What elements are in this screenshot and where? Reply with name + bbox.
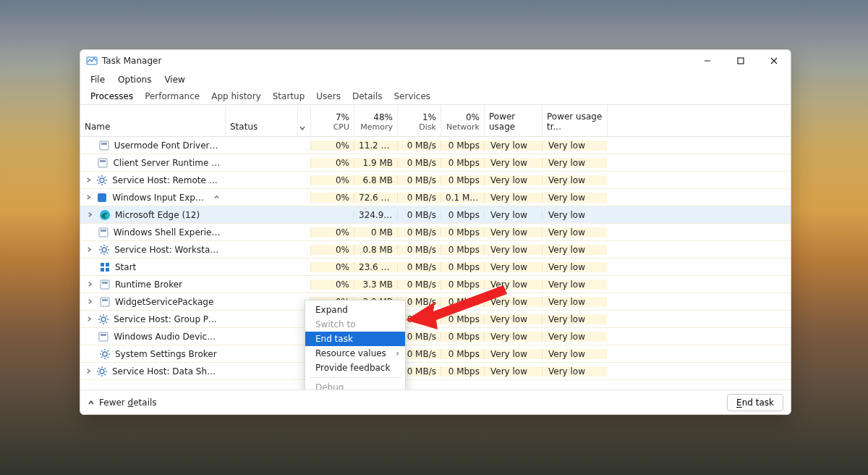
- ctx-expand[interactable]: Expand: [305, 303, 405, 317]
- menu-file[interactable]: File: [85, 73, 111, 86]
- column-options-icon[interactable]: [297, 105, 310, 136]
- col-name[interactable]: Name: [80, 105, 225, 136]
- tab-processes[interactable]: Processes: [85, 88, 139, 104]
- svg-line-30: [101, 252, 102, 253]
- table-row[interactable]: Microsoft Edge (12)324.9 MB0 MB/s0 MbpsV…: [80, 206, 791, 224]
- svg-rect-38: [102, 299, 108, 301]
- process-name: Windows Shell Experience Ho: [114, 227, 221, 238]
- cell-disk: 0 MB/s: [397, 158, 441, 168]
- cell-power: Very low: [484, 366, 542, 377]
- process-icon: [96, 175, 108, 186]
- process-icon: [99, 348, 111, 360]
- close-button[interactable]: [757, 50, 791, 72]
- table-row[interactable]: Service Host: Group Policy C0%1.2 MB0 MB…: [80, 311, 791, 328]
- cell-network: 0 Mbps: [441, 210, 484, 220]
- table-row[interactable]: Windows Audio Device Grap0%1.1 MB0 MB/s0…: [80, 328, 791, 345]
- cell-cpu: 0%: [310, 193, 354, 203]
- expand-caret-icon[interactable]: [85, 316, 93, 322]
- expand-caret-icon[interactable]: [85, 211, 95, 218]
- svg-rect-31: [101, 263, 104, 266]
- cell-network: 0 Mbps: [441, 175, 484, 185]
- cell-network: 0 Mbps: [441, 245, 484, 255]
- cell-memory: 0.8 MB: [354, 245, 397, 255]
- process-name: Service Host: Group Policy C: [114, 314, 221, 324]
- process-name: Microsoft Edge (12): [115, 210, 200, 220]
- fewer-details-button[interactable]: Fewer details: [88, 398, 157, 408]
- col-status[interactable]: Status: [225, 105, 297, 136]
- collapse-caret-icon[interactable]: [213, 194, 221, 201]
- col-memory[interactable]: 48%Memory: [354, 105, 397, 136]
- table-row[interactable]: Usermode Font Driver Host0%11.2 MB0 MB/s…: [80, 137, 791, 154]
- table-row[interactable]: Service Host: Remote Procedure...0%6.8 M…: [80, 172, 791, 189]
- svg-rect-34: [106, 268, 109, 272]
- process-icon: [98, 314, 109, 325]
- table-row[interactable]: Windows Input Experience (3)0%72.6 MB0 M…: [80, 189, 791, 206]
- tab-services[interactable]: Services: [388, 88, 437, 104]
- tab-strip: Processes Performance App history Startu…: [80, 88, 791, 105]
- process-grid: Name Status 7%CPU 48%Memory 1%Disk 0%Net…: [80, 105, 791, 390]
- cell-cpu: 0%: [310, 140, 354, 151]
- cell-disk: 0 MB/s: [397, 245, 441, 255]
- table-row[interactable]: System Settings Broker0%2.6 MB0 MB/s0 Mb…: [80, 345, 791, 363]
- menu-view[interactable]: View: [158, 73, 190, 86]
- col-power-usage[interactable]: Power usage: [484, 105, 542, 136]
- process-icon: [97, 157, 109, 169]
- cell-cpu: 0%: [310, 175, 354, 185]
- menu-options[interactable]: Options: [112, 73, 157, 86]
- process-icon: [98, 244, 110, 256]
- ctx-resource-values[interactable]: Resource values: [305, 346, 405, 361]
- end-task-button[interactable]: End task: [727, 394, 783, 411]
- table-row[interactable]: Client Server Runtime Process0%1.9 MB0 M…: [80, 154, 791, 172]
- table-row[interactable]: Service Host: Workstation0%0.8 MB0 MB/s0…: [80, 241, 791, 258]
- expand-caret-icon[interactable]: [85, 246, 94, 253]
- expand-caret-icon[interactable]: [85, 298, 95, 305]
- process-name: Client Server Runtime Process: [113, 158, 221, 168]
- process-name: Windows Input Experience (3): [112, 193, 208, 203]
- cell-power-trend: Very low: [542, 366, 607, 377]
- expand-caret-icon[interactable]: [85, 281, 95, 287]
- cell-power: Very low: [484, 314, 542, 324]
- titlebar: Task Manager: [80, 50, 791, 72]
- table-row[interactable]: Service Host: Data Sharing Service0%1.9 …: [80, 363, 791, 380]
- cell-power-trend: Very low: [542, 193, 607, 203]
- tab-users[interactable]: Users: [310, 88, 346, 104]
- table-row[interactable]: Windows Shell Experience Ho0%0 MB0 MB/s0…: [80, 224, 791, 241]
- svg-line-15: [105, 182, 106, 184]
- cell-cpu: 0%: [310, 227, 354, 238]
- ctx-provide-feedback[interactable]: Provide feedback: [305, 361, 405, 375]
- cell-memory: 3.3 MB: [354, 279, 397, 290]
- cell-power: Very low: [484, 140, 542, 151]
- table-row[interactable]: WidgetServicePackage0%3.0 MB0 MB/s0 Mbps…: [80, 293, 791, 311]
- expand-caret-icon[interactable]: [85, 368, 92, 374]
- expand-caret-icon[interactable]: [85, 177, 92, 183]
- process-icon: [98, 227, 109, 238]
- svg-point-22: [102, 248, 106, 252]
- context-menu: Expand Switch to End task Resource value…: [305, 300, 406, 390]
- ctx-end-task[interactable]: End task: [305, 332, 405, 346]
- cell-disk: 0 MB/s: [397, 175, 441, 185]
- cell-power-trend: Very low: [542, 227, 607, 238]
- cell-power-trend: Very low: [542, 175, 607, 185]
- ctx-switch-to: Switch to: [305, 317, 405, 332]
- cell-power: Very low: [484, 227, 542, 238]
- tab-startup[interactable]: Startup: [267, 88, 311, 104]
- col-cpu[interactable]: 7%CPU: [310, 105, 354, 136]
- svg-rect-37: [101, 298, 109, 306]
- maximize-button[interactable]: [724, 50, 757, 72]
- col-disk[interactable]: 1%Disk: [397, 105, 441, 136]
- tab-details[interactable]: Details: [346, 88, 388, 104]
- table-row[interactable]: Start0%23.6 MB0 MB/s0 MbpsVery lowVery l…: [80, 258, 791, 276]
- cell-disk: 0 MB/s: [397, 262, 441, 272]
- cell-network: 0 Mbps: [441, 158, 484, 168]
- cell-power: Very low: [484, 262, 542, 272]
- process-rows: Usermode Font Driver Host0%11.2 MB0 MB/s…: [80, 137, 791, 380]
- table-row[interactable]: Runtime Broker0%3.3 MB0 MB/s0 MbpsVery l…: [80, 276, 791, 293]
- tab-app-history[interactable]: App history: [205, 88, 267, 104]
- minimize-button[interactable]: [691, 50, 724, 72]
- col-network[interactable]: 0%Network: [441, 105, 484, 136]
- col-power-trend[interactable]: Power usage tr...: [542, 105, 607, 136]
- process-name: Service Host: Data Sharing Service: [112, 366, 221, 377]
- svg-point-50: [103, 352, 107, 356]
- expand-caret-icon[interactable]: [85, 194, 92, 201]
- tab-performance[interactable]: Performance: [139, 88, 205, 104]
